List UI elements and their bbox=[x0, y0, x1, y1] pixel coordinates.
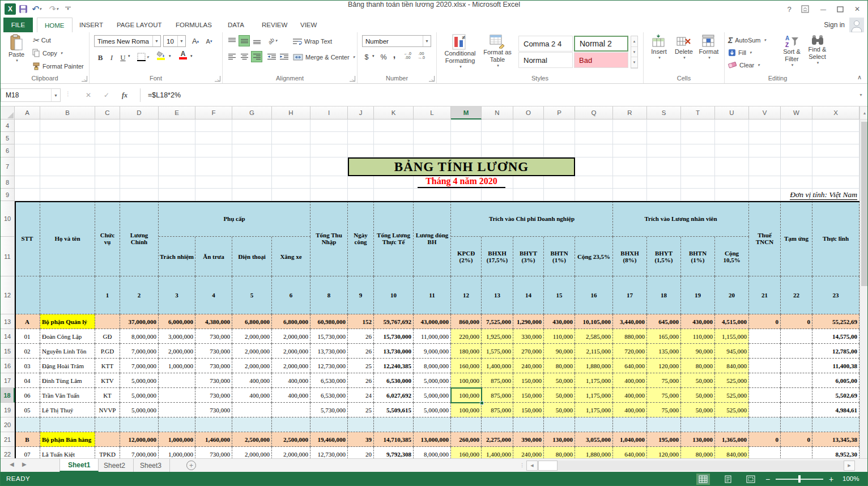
cell-P9[interactable] bbox=[544, 189, 575, 201]
cell-Q14[interactable]: 2,585,000 bbox=[575, 329, 613, 344]
style-normal2-selected[interactable]: Normal 2 bbox=[574, 36, 628, 52]
insert-cells-button[interactable]: Insert ▾ bbox=[647, 35, 671, 80]
cell-B15[interactable]: Nguyễn Linh Tôn bbox=[40, 344, 95, 359]
cell-U19[interactable]: 525,000 bbox=[715, 403, 749, 417]
cell-T15[interactable]: 90,000 bbox=[681, 344, 715, 359]
find-select-button[interactable]: Find & Select ▾ bbox=[805, 35, 830, 80]
clipboard-dialog-launcher[interactable] bbox=[82, 76, 87, 82]
row-header-9[interactable]: 9 bbox=[1, 189, 15, 201]
cell-M15[interactable]: 180,000 bbox=[451, 344, 482, 359]
cell-J22[interactable]: 20 bbox=[348, 447, 374, 458]
cell-B22[interactable]: Lã Tuấn Kiệt bbox=[40, 447, 95, 458]
number-dialog-launcher[interactable] bbox=[429, 76, 435, 82]
cell-I19[interactable]: 5,730,000 bbox=[310, 403, 348, 417]
row-header-12[interactable]: 12 bbox=[1, 276, 15, 314]
cell-G22[interactable]: 2,000,000 bbox=[232, 447, 272, 458]
cell-G9[interactable] bbox=[232, 189, 272, 201]
vertical-scroll-thumb[interactable] bbox=[861, 122, 867, 286]
cell-T21[interactable]: 130,000 bbox=[681, 432, 715, 447]
row-header-21[interactable]: 21 bbox=[1, 432, 15, 447]
page-break-preview-button[interactable] bbox=[744, 474, 758, 485]
cell-J20[interactable] bbox=[348, 417, 374, 432]
scroll-left-arrow[interactable]: ◀ bbox=[526, 461, 538, 471]
cell-G4[interactable] bbox=[232, 120, 272, 132]
cell-R13[interactable]: 3,440,000 bbox=[613, 314, 647, 329]
cell-H13[interactable]: 6,800,000 bbox=[272, 314, 310, 329]
cell-J19[interactable]: 25 bbox=[348, 403, 374, 417]
fill-color-button[interactable] bbox=[156, 51, 165, 60]
cell-V18[interactable] bbox=[749, 388, 781, 403]
maximize-button[interactable] bbox=[832, 3, 848, 15]
insert-function-button[interactable] bbox=[116, 88, 133, 102]
cell-I17[interactable]: 6,530,000 bbox=[310, 373, 348, 388]
cell-H22[interactable]: 2,000,000 bbox=[272, 447, 310, 458]
cell-X15[interactable]: 12,785,00 bbox=[812, 344, 860, 359]
cell-J5[interactable] bbox=[348, 132, 374, 144]
cell-O13[interactable]: 1,290,000 bbox=[513, 314, 544, 329]
row-header-10[interactable]: 10 bbox=[1, 201, 15, 237]
bold-button[interactable] bbox=[95, 52, 105, 64]
cell-I4[interactable] bbox=[310, 120, 348, 132]
cell-O18[interactable]: 150,000 bbox=[513, 388, 544, 403]
cell-V21[interactable]: 0 bbox=[749, 432, 781, 447]
cell-N6[interactable] bbox=[482, 144, 513, 157]
row-header-22[interactable]: 22 bbox=[1, 447, 15, 458]
cell-V22[interactable] bbox=[749, 447, 781, 458]
cell-B4[interactable] bbox=[40, 120, 95, 132]
cell-K20[interactable] bbox=[374, 417, 414, 432]
cell-R22[interactable]: 640,000 bbox=[613, 447, 647, 458]
zoom-in-button[interactable]: + bbox=[824, 474, 838, 485]
column-header-N[interactable]: N bbox=[482, 106, 513, 120]
cell-E7[interactable] bbox=[159, 157, 195, 176]
chevron-down-icon[interactable]: ▾ bbox=[190, 54, 193, 58]
cell-F20[interactable] bbox=[195, 417, 232, 432]
cell-F22[interactable]: 730,000 bbox=[195, 447, 232, 458]
cell-K6[interactable] bbox=[374, 144, 414, 157]
cell-V16[interactable] bbox=[749, 359, 781, 373]
cell-L6[interactable] bbox=[414, 144, 451, 157]
cell-P14[interactable]: 110,000 bbox=[544, 329, 575, 344]
cell-T7[interactable] bbox=[681, 157, 715, 176]
confirm-entry-button[interactable] bbox=[98, 88, 115, 102]
column-header-K[interactable]: K bbox=[374, 106, 414, 120]
cell-P16[interactable]: 80,000 bbox=[544, 359, 575, 373]
cell-Q7[interactable] bbox=[575, 157, 613, 176]
cell-U18[interactable]: 525,000 bbox=[715, 388, 749, 403]
cell-Q18[interactable]: 1,175,000 bbox=[575, 388, 613, 403]
wrap-text-button[interactable]: Wrap Text bbox=[293, 36, 332, 46]
cell-P4[interactable] bbox=[544, 120, 575, 132]
cell-L4[interactable] bbox=[414, 120, 451, 132]
previous-sheet-arrow[interactable]: ◀ bbox=[10, 461, 14, 467]
redo-button[interactable]: ▾ bbox=[48, 3, 58, 15]
row-header-20[interactable]: 20 bbox=[1, 417, 15, 432]
font-color-button[interactable] bbox=[179, 51, 187, 59]
cell-I5[interactable] bbox=[310, 132, 348, 144]
scroll-up-icon[interactable]: ▲ bbox=[631, 36, 637, 47]
page-layout-view-button[interactable] bbox=[721, 474, 735, 485]
cell-V5[interactable] bbox=[749, 132, 781, 144]
alignment-dialog-launcher[interactable] bbox=[350, 76, 355, 82]
cell-F21[interactable]: 1,460,000 bbox=[195, 432, 232, 447]
row-header-15[interactable]: 15 bbox=[1, 344, 15, 359]
cell-P20[interactable] bbox=[544, 417, 575, 432]
cell-S22[interactable]: 120,000 bbox=[647, 447, 681, 458]
cell-O16[interactable]: 240,000 bbox=[513, 359, 544, 373]
chevron-down-icon[interactable]: ▾ bbox=[372, 54, 375, 58]
font-dialog-launcher[interactable] bbox=[215, 76, 220, 82]
cell-W18[interactable] bbox=[781, 388, 812, 403]
cell-A20[interactable] bbox=[15, 417, 40, 432]
user-avatar[interactable] bbox=[849, 18, 864, 32]
font-family-combo[interactable]: Times New Roma▼ bbox=[94, 35, 161, 47]
paste-button[interactable]: Paste ▾ bbox=[4, 34, 29, 75]
cell-W4[interactable] bbox=[781, 120, 812, 132]
horizontal-scroll-thumb[interactable] bbox=[538, 461, 558, 471]
cell-C20[interactable] bbox=[95, 417, 120, 432]
tab-data[interactable]: DATA bbox=[220, 18, 252, 32]
cell-G16[interactable]: 2,000,000 bbox=[232, 359, 272, 373]
cell-W8[interactable] bbox=[781, 176, 812, 189]
cell-D9[interactable] bbox=[120, 189, 159, 201]
cell-B18[interactable]: Trần Văn Tuấn bbox=[40, 388, 95, 403]
cell-S16[interactable]: 120,000 bbox=[647, 359, 681, 373]
style-comma24[interactable]: Comma 2 4 bbox=[518, 36, 573, 52]
cell-L17[interactable]: 5,000,000 bbox=[414, 373, 451, 388]
